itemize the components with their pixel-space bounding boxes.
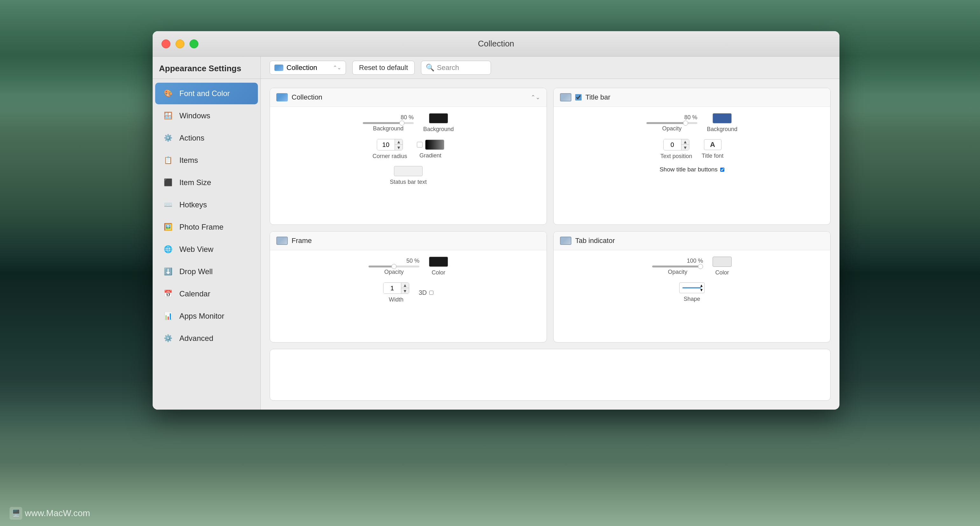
sidebar-item-hotkeys[interactable]: ⌨️ Hotkeys <box>155 194 258 216</box>
sidebar-item-drop-well[interactable]: ⬇️ Drop Well <box>155 261 258 282</box>
tab-indicator-card-title: Tab indicator <box>575 237 824 245</box>
frame-width-up[interactable]: ▲ <box>401 283 409 288</box>
font-color-icon: 🎨 <box>162 87 174 100</box>
tab-indicator-card-header: Tab indicator <box>554 231 830 250</box>
title-bar-card-icon <box>560 93 571 102</box>
title-bar-background-swatch[interactable] <box>713 113 732 123</box>
collection-opacity-row: 80 % Background Background <box>276 113 540 132</box>
title-bar-opacity-slider[interactable] <box>646 122 697 124</box>
frame-opacity-row: 50 % Opacity Color <box>276 257 540 276</box>
collection-corner-radius-down[interactable]: ▼ <box>395 145 402 150</box>
frame-card: Frame 50 % Opacity Color <box>270 231 547 343</box>
search-bar[interactable]: 🔍 Search <box>421 61 491 75</box>
collection-corner-radius-control: ▲ ▼ Corner radius <box>372 139 407 159</box>
frame-width-input[interactable] <box>383 283 401 293</box>
tab-indicator-shape-up[interactable]: ▲ <box>699 283 704 288</box>
title-bar-card-header: Title bar <box>554 88 830 107</box>
sidebar-item-item-size[interactable]: ⬛ Item Size <box>155 172 258 193</box>
tab-indicator-opacity-value: 100 % <box>687 258 703 264</box>
sidebar-item-apps-monitor[interactable]: 📊 Apps Monitor <box>155 305 258 327</box>
empty-card <box>270 349 830 401</box>
title-bar-text-position-down[interactable]: ▼ <box>681 145 689 150</box>
sidebar-item-items[interactable]: 📋 Items <box>155 150 258 171</box>
show-title-bar-buttons-checkbox[interactable] <box>720 167 724 172</box>
frame-color-label: Color <box>431 269 445 276</box>
sidebar-item-photo-frame[interactable]: 🖼️ Photo Frame <box>155 216 258 238</box>
collection-status-bar-label: Status bar text <box>390 179 427 185</box>
frame-3d-checkbox[interactable] <box>429 291 433 295</box>
title-bar-text-position-stepper: ▲ ▼ <box>681 139 689 150</box>
sidebar-label-web-view: Web View <box>179 245 213 254</box>
title-bar-background-label: Background <box>707 126 737 132</box>
main-window: Collection Appearance Settings 🎨 Font an… <box>153 31 840 410</box>
title-bar-title-font-swatch[interactable]: A <box>704 139 721 150</box>
title-bar-card-body: 80 % Opacity Background <box>554 107 830 179</box>
sidebar-item-actions[interactable]: ⚙️ Actions <box>155 127 258 149</box>
collection-status-row: Status bar text <box>276 166 540 185</box>
title-bar-text-position-input[interactable] <box>663 139 681 150</box>
collection-dropdown-label: Collection <box>286 64 317 72</box>
reset-to-default-button[interactable]: Reset to default <box>352 61 415 75</box>
title-bar-text-position-control: ▲ ▼ Text position <box>660 139 692 159</box>
chevron-down-icon: ⌃⌄ <box>333 65 341 70</box>
water-overlay <box>0 399 980 526</box>
watermark-icon: 🖥️ <box>10 507 22 520</box>
sidebar-item-font-and-color[interactable]: 🎨 Font and Color <box>155 83 258 104</box>
frame-color-swatch[interactable] <box>429 257 448 267</box>
tab-indicator-opacity-slider[interactable] <box>652 266 703 268</box>
frame-card-header: Frame <box>270 231 547 250</box>
collection-status-bar-swatch[interactable] <box>394 166 423 176</box>
frame-opacity-label: Opacity <box>384 269 404 276</box>
title-bar-card: Title bar 80 % Opacity Ba <box>553 88 830 225</box>
sidebar-label-hotkeys: Hotkeys <box>179 200 207 209</box>
collection-corner-radius-input[interactable] <box>377 139 395 150</box>
sidebar-label-windows: Windows <box>179 111 210 120</box>
collection-dropdown-icon <box>274 65 283 71</box>
title-bar-font-row: ▲ ▼ Text position A Title font <box>560 139 824 159</box>
title-bar-opacity-control: 80 % Opacity <box>646 114 697 132</box>
frame-width-down[interactable]: ▼ <box>401 288 409 293</box>
sidebar-item-calendar[interactable]: 📅 Calendar <box>155 283 258 304</box>
title-bar-text-position-up[interactable]: ▲ <box>681 139 689 145</box>
sidebar-item-windows[interactable]: 🪟 Windows <box>155 105 258 127</box>
tab-indicator-opacity-control: 100 % Opacity <box>652 258 703 276</box>
sidebar-item-web-view[interactable]: 🌐 Web View <box>155 239 258 260</box>
collection-gradient-label: Gradient <box>419 152 441 159</box>
apps-monitor-icon: 📊 <box>162 310 174 322</box>
collection-gradient-control: Gradient <box>417 140 444 159</box>
title-bar-title-font-label: Title font <box>702 153 723 159</box>
frame-opacity-slider[interactable] <box>369 266 419 268</box>
sidebar-item-advanced[interactable]: ⚙️ Advanced <box>155 328 258 349</box>
tab-indicator-shape-swatch[interactable]: ▲ ▼ <box>679 282 705 293</box>
drop-well-icon: ⬇️ <box>162 265 174 278</box>
collection-gradient-swatch[interactable] <box>425 140 444 150</box>
sidebar-label-calendar: Calendar <box>179 289 210 298</box>
collection-card-icon <box>276 93 288 102</box>
collection-gradient-checkbox[interactable] <box>417 142 423 148</box>
window-title: Collection <box>478 39 514 49</box>
main-panel: Collection ⌃⌄ Reset to default 🔍 Search … <box>261 57 840 410</box>
close-button[interactable] <box>162 40 170 48</box>
watermark: 🖥️ www.MacW.com <box>10 507 90 520</box>
sidebar-label-advanced: Advanced <box>179 334 213 343</box>
tab-indicator-shape-label: Shape <box>684 296 700 303</box>
title-bar-card-checkbox[interactable] <box>575 94 582 100</box>
web-view-icon: 🌐 <box>162 243 174 256</box>
collection-background-swatch[interactable] <box>429 113 448 123</box>
minimize-button[interactable] <box>175 40 185 48</box>
tab-indicator-shape-control: ▲ ▼ Shape <box>679 282 705 303</box>
collection-corner-radius-input-group: ▲ ▼ <box>377 139 403 150</box>
collection-corner-radius-up[interactable]: ▲ <box>395 139 402 145</box>
tab-indicator-shape-down[interactable]: ▼ <box>699 288 704 292</box>
collection-dropdown[interactable]: Collection ⌃⌄ <box>270 61 346 75</box>
maximize-button[interactable] <box>189 40 199 48</box>
settings-content: Collection ⌃⌄ 80 % Background <box>261 79 840 410</box>
frame-width-input-group: ▲ ▼ <box>383 282 409 294</box>
sidebar-nav: 🎨 Font and Color 🪟 Windows ⚙️ Actions 📋 … <box>153 79 261 410</box>
tab-indicator-color-swatch[interactable] <box>713 257 732 267</box>
collection-card-chevron: ⌃⌄ <box>531 94 540 101</box>
frame-opacity-value: 50 % <box>406 258 419 264</box>
collection-opacity-slider[interactable] <box>363 122 414 124</box>
advanced-icon: ⚙️ <box>162 332 174 345</box>
title-bar-opacity-label: Opacity <box>662 125 681 132</box>
